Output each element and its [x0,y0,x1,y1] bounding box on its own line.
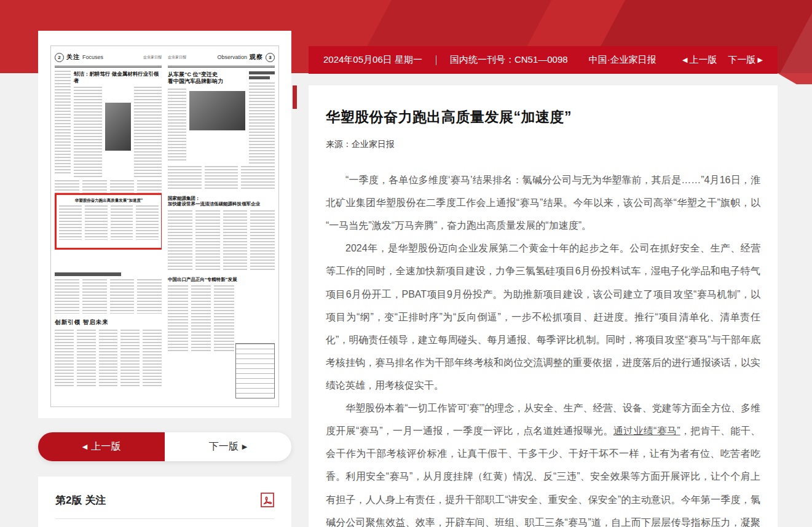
article-title: 华塑股份奋力跑出高质量发展“加速度” [326,108,760,127]
text-column [143,330,162,386]
paper-name: 中国·企业家日报 [589,54,656,66]
thumbnail-right-page: 企业家日报 Observation 观察 3 从车展“C 位”变迁史 看中国汽车… [168,50,275,402]
section-card: 第2版 关注 [38,477,291,527]
page-number-badge: 2 [55,53,64,62]
next-arrow-icon: ▶ [242,443,247,451]
masthead-text: 企业家日报 [168,55,186,60]
text-column [137,279,162,314]
thumbnail-headline: 邹洁：躬耕笃行 做金属材料行业引领者 [74,71,162,84]
highlighted-article-headline: 华塑股份奋力跑出高质量发展“加速度” [59,198,159,203]
article-link[interactable]: 通过业绩“赛马” [613,426,680,436]
section-title: 第2版 关注 [55,493,106,507]
page: 2024年05月06日 星期一 国内统一刊号：CN51—0098 中国·企业家日… [0,0,812,527]
chart-image [235,343,275,398]
text-column [99,330,118,386]
article-paragraph: 华塑股份本着“一切工作皆可‘赛’”的理念，从安全、生产、经营、设备、党建等方面全… [326,397,760,527]
thumbnail-headline: 看中国汽车品牌影响力 [168,78,245,85]
article-paragraph: 2024年，是华塑股份迈向企业发展第二个黄金十年的起步之年。公司在抓好安全、生产… [326,237,760,397]
divider [436,55,436,65]
article-source: 来源：企业家日报 [326,139,760,150]
text-column [59,205,82,240]
text-column [110,279,135,314]
thumbnail-headline: 创新引领 智启未来 [55,319,162,326]
thumbnail-headline: 中国出口产品正向“专精特新”发展 [168,277,275,282]
text-column [214,285,234,353]
text-column [205,166,238,191]
text-column [249,82,275,164]
text-column [195,210,220,272]
thumbnail-left-page: 2 关注 Focuses 企业家日报 邹洁：躬耕笃行 做金属材料行业引领者 [55,50,162,402]
car-show-photo [189,91,245,130]
next-arrow-icon: ▶ [758,57,763,63]
article-highlight-box[interactable]: 华塑股份奋力跑出高质量发展“加速度” [55,193,162,250]
text-column [134,87,162,178]
text-column [55,71,71,175]
small-headline-bar [249,76,270,79]
prev-arrow-icon: ◀ [82,443,87,451]
divider [55,518,274,519]
text-column [241,166,275,191]
thumbnail-left-header: 2 关注 Focuses 企业家日报 [55,50,162,68]
text-column [77,330,96,386]
text-column [168,285,188,353]
small-headline-bar [55,272,121,276]
portrait-photo [105,103,131,151]
masthead-text: 企业家日报 [143,55,162,60]
next-page-link[interactable]: 下一版▶ [728,54,763,66]
thumbnail-headline: 加快建设世界一流清洁低碳能源科技领军企业 [168,201,275,207]
text-column [111,205,133,240]
text-column [191,285,211,353]
text-column [136,205,159,240]
article-body: “一季度，各单位多维度‘赛马’结果排名：氯碱分公司与无为华塑靠前，其后是……”4… [326,168,760,527]
issue-number: 国内统一刊号：CN51—0098 [450,54,568,66]
page-preview-card: 2 关注 Focuses 企业家日报 邹洁：躬耕笃行 做金属材料行业引领者 [38,31,291,418]
text-column [223,210,248,272]
text-column [85,205,108,240]
text-column [74,87,102,178]
thumbnail-headline: 从车展“C 位”变迁史 [168,71,245,78]
text-column [168,166,202,191]
text-column [168,89,186,162]
text-column [250,210,275,272]
page-pager: ◀ 上一版 下一版 ▶ [38,432,291,461]
thumbnail-right-header: 企业家日报 Observation 观察 3 [168,50,275,68]
page-thumbnail[interactable]: 2 关注 Focuses 企业家日报 邹洁：躬耕笃行 做金属材料行业引领者 [50,46,279,407]
hero-corner-accent [778,73,812,84]
date-text: 2024年05月06日 星期一 [323,54,422,66]
text-column [55,279,79,314]
text-column [120,330,140,386]
prev-arrow-icon: ◀ [682,57,687,63]
scroll-indicator[interactable] [293,85,297,109]
prev-page-link[interactable]: ◀上一版 [682,54,717,66]
page-number-badge: 3 [266,53,275,62]
next-page-button[interactable]: 下一版 ▶ [165,432,291,461]
article-paragraph: “一季度，各单位多维度‘赛马’结果排名：氯碱分公司与无为华塑靠前，其后是……”4… [326,168,760,237]
article-card: 华塑股份奋力跑出高质量发展“加速度” 来源：企业家日报 “一季度，各单位多维度‘… [309,85,778,527]
text-column [55,330,74,386]
pdf-icon[interactable] [261,493,274,507]
prev-page-button[interactable]: ◀ 上一版 [38,432,165,461]
text-column [168,210,192,272]
top-info-bar: 2024年05月06日 星期一 国内统一刊号：CN51—0098 中国·企业家日… [309,46,778,74]
small-headline-bar [249,71,275,74]
thumbnail-headline: 国家能源集团： [168,196,275,201]
text-column [82,279,107,314]
